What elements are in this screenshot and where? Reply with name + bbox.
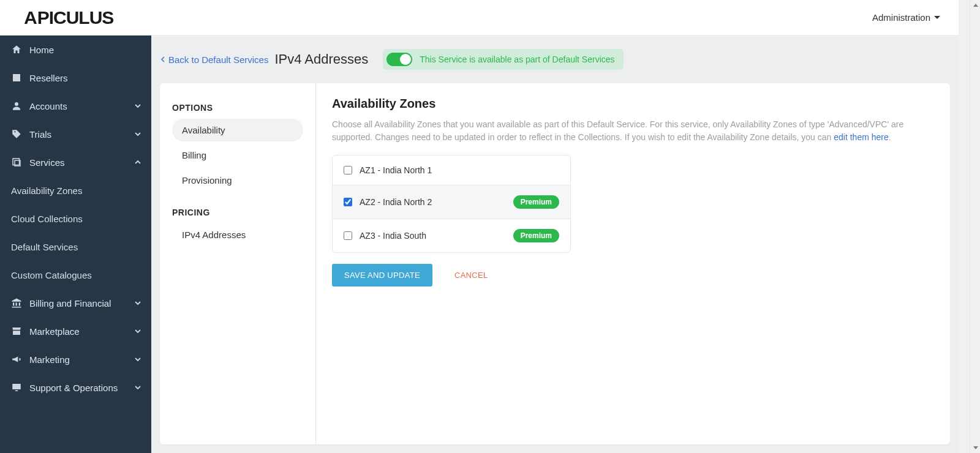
bank-icon bbox=[11, 298, 22, 309]
zone-checkbox[interactable] bbox=[344, 198, 352, 206]
user-icon bbox=[11, 100, 22, 111]
zone-row: AZ3 - India SouthPremium bbox=[333, 219, 570, 252]
chevron-down-icon bbox=[134, 354, 140, 365]
chevron-down-icon bbox=[134, 383, 140, 393]
sidebar-item-home[interactable]: Home bbox=[0, 36, 151, 64]
sidebar-subitem-availability-zones[interactable]: Availability Zones bbox=[0, 176, 151, 204]
sidebar-item-label: Marketplace bbox=[29, 326, 127, 337]
service-enabled-toggle[interactable] bbox=[386, 53, 412, 66]
premium-badge: Premium bbox=[513, 229, 559, 242]
option-billing[interactable]: Billing bbox=[172, 144, 303, 167]
content-header: Back to Default Services IPv4 Addresses … bbox=[151, 36, 959, 83]
sidebar-item-marketing[interactable]: Marketing bbox=[0, 345, 151, 373]
sidebar-item-support-operations[interactable]: Support & Operations bbox=[0, 373, 151, 402]
chevron-left-icon bbox=[160, 56, 166, 62]
sidebar-item-label: Trials bbox=[29, 129, 127, 140]
sidebar-item-billing-and-financial[interactable]: Billing and Financial bbox=[0, 289, 151, 317]
edit-them-here-link[interactable]: edit them here bbox=[834, 132, 889, 142]
sidebar: HomeResellersAccountsTrialsServicesAvail… bbox=[0, 36, 151, 453]
zone-name: AZ1 - India North 1 bbox=[360, 165, 559, 175]
scroll-down-icon[interactable] bbox=[970, 443, 980, 453]
zone-row: AZ2 - India North 2Premium bbox=[333, 185, 570, 219]
sidebar-item-accounts[interactable]: Accounts bbox=[0, 92, 151, 120]
tag-icon bbox=[11, 129, 22, 140]
option-provisioning[interactable]: Provisioning bbox=[172, 169, 303, 192]
sidebar-item-label: Services bbox=[29, 157, 127, 168]
service-status-text: This Service is available as part of Def… bbox=[420, 54, 614, 64]
back-to-default-services-link[interactable]: Back to Default Services bbox=[160, 54, 268, 65]
home-icon bbox=[11, 44, 22, 55]
sidebar-item-label: Marketing bbox=[29, 354, 127, 365]
settings-card: OPTIONS AvailabilityBillingProvisioning … bbox=[160, 83, 950, 444]
content: Back to Default Services IPv4 Addresses … bbox=[151, 36, 959, 453]
zone-row: AZ1 - India North 1 bbox=[333, 155, 570, 185]
premium-badge: Premium bbox=[513, 195, 559, 209]
zone-checkbox[interactable] bbox=[344, 166, 352, 174]
sidebar-item-services[interactable]: Services bbox=[0, 148, 151, 176]
sidebar-item-marketplace[interactable]: Marketplace bbox=[0, 317, 151, 345]
option-availability[interactable]: Availability bbox=[172, 119, 303, 141]
brand-logo: APICULUS bbox=[24, 7, 113, 28]
administration-dropdown[interactable]: Administration bbox=[872, 12, 940, 23]
sidebar-item-label: Billing and Financial bbox=[29, 298, 127, 309]
page-title: IPv4 Addresses bbox=[274, 51, 368, 67]
sidebar-item-trials[interactable]: Trials bbox=[0, 120, 151, 148]
sidebar-subitem-custom-catalogues[interactable]: Custom Catalogues bbox=[0, 261, 151, 289]
sidebar-subitem-default-services[interactable]: Default Services bbox=[0, 233, 151, 261]
zone-list: AZ1 - India North 1AZ2 - India North 2Pr… bbox=[332, 155, 571, 253]
zone-checkbox[interactable] bbox=[344, 231, 352, 240]
sidebar-item-label: Resellers bbox=[29, 73, 140, 83]
sidebar-item-resellers[interactable]: Resellers bbox=[0, 64, 151, 92]
scroll-up-icon[interactable] bbox=[970, 0, 980, 10]
megaphone-icon bbox=[11, 354, 22, 365]
sidebar-item-label: Accounts bbox=[29, 101, 127, 111]
save-and-update-button[interactable]: SAVE AND UPDATE bbox=[332, 264, 432, 286]
layers-icon bbox=[11, 157, 22, 168]
pricing-ipv4-addresses[interactable]: IPv4 Addresses bbox=[172, 223, 303, 246]
topbar: APICULUS Administration bbox=[0, 0, 959, 36]
chevron-down-icon bbox=[134, 129, 140, 140]
chevron-up-icon bbox=[134, 157, 140, 168]
main-panel: Availability Zones Choose all Availabili… bbox=[316, 83, 950, 444]
browser-scrollbar[interactable] bbox=[970, 0, 980, 453]
sidebar-item-label: Home bbox=[29, 45, 140, 55]
options-section-head: OPTIONS bbox=[172, 103, 303, 113]
chevron-down-icon bbox=[134, 326, 140, 337]
main-heading: Availability Zones bbox=[332, 97, 934, 111]
chevron-down-icon bbox=[134, 298, 140, 309]
options-panel: OPTIONS AvailabilityBillingProvisioning … bbox=[160, 83, 316, 444]
cancel-button[interactable]: CANCEL bbox=[454, 271, 488, 280]
service-available-chip: This Service is available as part of Def… bbox=[383, 49, 623, 70]
administration-label: Administration bbox=[872, 12, 930, 23]
zone-name: AZ3 - India South bbox=[360, 231, 506, 241]
back-link-label: Back to Default Services bbox=[168, 54, 268, 65]
id-icon bbox=[11, 72, 22, 83]
main-description: Choose all Availability Zones that you w… bbox=[332, 118, 934, 144]
sidebar-subitem-cloud-collections[interactable]: Cloud Collections bbox=[0, 204, 151, 233]
actions-row: SAVE AND UPDATE CANCEL bbox=[332, 264, 934, 286]
zone-name: AZ2 - India North 2 bbox=[360, 197, 506, 207]
sidebar-item-label: Support & Operations bbox=[29, 383, 127, 393]
store-icon bbox=[11, 326, 22, 337]
chevron-down-icon bbox=[134, 101, 140, 111]
pricing-section-head: PRICING bbox=[172, 208, 303, 217]
caret-down-icon bbox=[934, 16, 940, 19]
monitor-icon bbox=[11, 382, 22, 393]
